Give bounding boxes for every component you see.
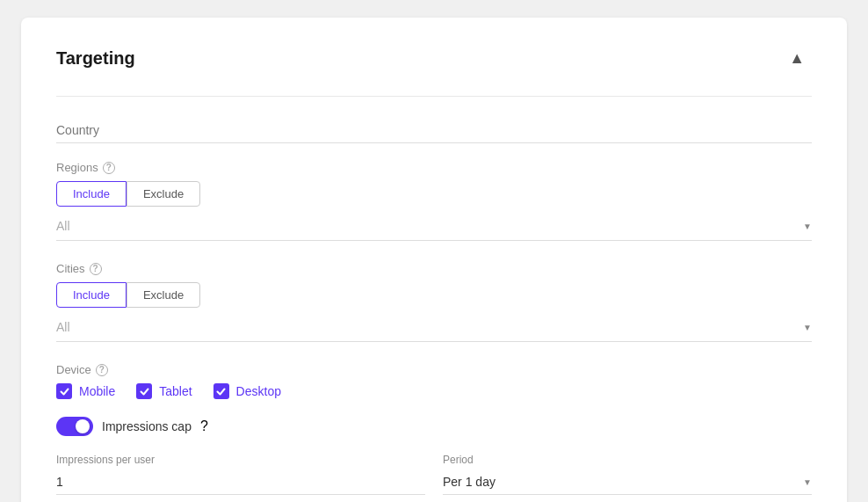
targeting-card: Targeting ▲ Regions ? Include Exclude Al… xyxy=(21,18,847,502)
cities-dropdown-value: All xyxy=(56,320,803,334)
impressions-cap-help-icon: ? xyxy=(200,418,208,434)
divider xyxy=(56,96,812,97)
device-section: Device ? Mobile Tablet Desktop xyxy=(56,363,812,399)
cities-exclude-button[interactable]: Exclude xyxy=(127,282,200,308)
regions-dropdown-arrow: ▼ xyxy=(803,222,812,231)
regions-label: Regions ? xyxy=(56,161,812,174)
cities-include-button[interactable]: Include xyxy=(56,282,127,308)
tablet-label: Tablet xyxy=(159,384,192,398)
tablet-option[interactable]: Tablet xyxy=(136,383,192,399)
device-options: Mobile Tablet Desktop xyxy=(56,383,812,399)
page-title: Targeting xyxy=(56,48,135,69)
mobile-label: Mobile xyxy=(79,384,115,398)
cities-section: Cities ? Include Exclude All ▼ xyxy=(56,262,812,342)
cities-dropdown-arrow: ▼ xyxy=(803,323,812,332)
device-help-icon: ? xyxy=(96,364,108,376)
mobile-checkbox xyxy=(56,383,72,399)
period-dropdown-value: Per 1 day xyxy=(443,475,803,489)
mobile-option[interactable]: Mobile xyxy=(56,383,115,399)
collapse-button[interactable]: ▲ xyxy=(782,46,812,71)
cities-toggle-row: Include Exclude xyxy=(56,282,812,308)
regions-toggle-row: Include Exclude xyxy=(56,181,812,207)
toggle-thumb xyxy=(76,419,90,433)
cities-help-icon: ? xyxy=(90,263,102,275)
regions-dropdown-value: All xyxy=(56,219,803,233)
tablet-checkbox xyxy=(136,383,152,399)
regions-dropdown[interactable]: All ▼ xyxy=(56,212,812,241)
country-section xyxy=(56,118,812,143)
impressions-cap-row: Impressions cap ? xyxy=(56,417,812,436)
impressions-per-user-field: Impressions per user xyxy=(56,454,425,495)
regions-section: Regions ? Include Exclude All ▼ xyxy=(56,161,812,241)
period-field: Period Per 1 day ▼ xyxy=(443,454,812,495)
per-user-input[interactable] xyxy=(56,469,425,495)
impressions-cap-label: Impressions cap xyxy=(102,419,192,433)
period-label: Period xyxy=(443,454,812,466)
impressions-cap-toggle[interactable] xyxy=(56,417,93,436)
impressions-settings-row: Impressions per user Period Per 1 day ▼ xyxy=(56,454,812,495)
card-header: Targeting ▲ xyxy=(56,46,812,71)
desktop-label: Desktop xyxy=(236,384,281,398)
cities-dropdown[interactable]: All ▼ xyxy=(56,313,812,342)
period-dropdown-arrow: ▼ xyxy=(803,477,812,487)
desktop-checkbox xyxy=(213,383,229,399)
country-input[interactable] xyxy=(56,118,812,143)
period-dropdown[interactable]: Per 1 day ▼ xyxy=(443,469,812,495)
device-label: Device ? xyxy=(56,363,812,376)
regions-help-icon: ? xyxy=(103,162,115,174)
desktop-option[interactable]: Desktop xyxy=(213,383,281,399)
regions-exclude-button[interactable]: Exclude xyxy=(127,181,200,207)
cities-label: Cities ? xyxy=(56,262,812,275)
per-user-label: Impressions per user xyxy=(56,454,425,466)
regions-include-button[interactable]: Include xyxy=(56,181,127,207)
